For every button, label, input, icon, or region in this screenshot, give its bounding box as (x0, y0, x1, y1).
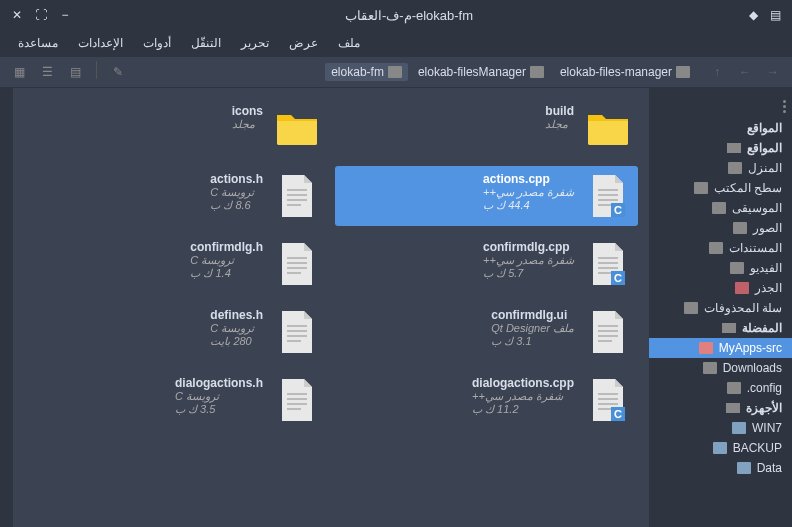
svg-rect-37 (287, 408, 301, 410)
menu-view[interactable]: عرض (281, 33, 326, 53)
sidebar-section-header: الأجهزة (649, 398, 792, 418)
menu-edit[interactable]: تحرير (233, 33, 277, 53)
disk-icon (713, 442, 727, 454)
document-icon (584, 308, 632, 356)
file-item[interactable]: dialogactions.hترويسة C3.5 ك ب (24, 370, 327, 430)
sidebar-title: المواقع (649, 118, 792, 138)
sidebar-item-label: الفيديو (750, 261, 782, 275)
file-name: confirmdlg.h (190, 240, 263, 254)
nav-up-button[interactable]: ↑ (706, 61, 728, 83)
sidebar-item[interactable]: المنزل (649, 158, 792, 178)
sidebar-item[interactable]: الجذر (649, 278, 792, 298)
menu-navigate[interactable]: التنقّل (183, 33, 229, 53)
folder-icon (727, 382, 741, 394)
menu-file[interactable]: ملف (330, 33, 368, 53)
sidebar-item-label: Downloads (723, 361, 782, 375)
svg-rect-7 (287, 194, 307, 196)
close-button[interactable]: ✕ (10, 8, 24, 22)
svg-rect-28 (598, 393, 618, 395)
file-name: confirmdlg.ui (491, 308, 567, 322)
file-item[interactable]: Cdialogactions.cppشفرة مصدر سي++11.2 ك ب (335, 370, 638, 430)
video-icon (730, 262, 744, 274)
svg-rect-36 (287, 403, 307, 405)
sidebar-item-label: المستندات (729, 241, 782, 255)
svg-rect-2 (598, 199, 618, 201)
sidebar-item[interactable]: الصور (649, 218, 792, 238)
file-name: icons (232, 104, 263, 118)
maximize-button[interactable]: ⛶ (34, 8, 48, 22)
drag-handle-icon[interactable] (776, 94, 786, 118)
scrollbar[interactable] (0, 88, 14, 527)
sidebar-item-label: الجذر (755, 281, 782, 295)
menu-help[interactable]: مساعدة (10, 33, 66, 53)
file-name: actions.h (210, 172, 263, 186)
document-icon (273, 172, 321, 220)
sidebar: المواقع المواقعالمنزلسطح المكتبالموسيقىا… (648, 88, 792, 527)
breadcrumb-item[interactable]: elokab-files-manager (554, 63, 696, 81)
sidebar-item[interactable]: الفيديو (649, 258, 792, 278)
folder-icon (726, 403, 740, 413)
sidebar-item[interactable]: الموسيقى (649, 198, 792, 218)
sidebar-item-label: سلة المحذوفات (704, 301, 782, 315)
pin-button[interactable]: ◆ (746, 8, 760, 22)
svg-rect-21 (598, 330, 618, 332)
svg-rect-29 (598, 398, 618, 400)
file-type: ترويسة C (210, 186, 254, 199)
menu-settings[interactable]: الإعدادات (70, 33, 131, 53)
file-item[interactable]: confirmdlg.hترويسة C1.4 ك ب (24, 234, 327, 294)
svg-rect-26 (287, 335, 307, 337)
sidebar-item[interactable]: config. (649, 378, 792, 398)
svg-rect-9 (287, 204, 301, 206)
folder-icon (584, 104, 632, 152)
svg-rect-8 (287, 199, 307, 201)
folder-icon (676, 66, 690, 78)
svg-rect-20 (598, 325, 618, 327)
menu-tools[interactable]: أدوات (135, 33, 179, 53)
sidebar-item-label: المنزل (748, 161, 782, 175)
file-item[interactable]: actions.hترويسة C8.6 ك ب (24, 166, 327, 226)
view-detail-button[interactable]: ▤ (64, 61, 86, 83)
folder-icon (727, 143, 741, 153)
file-view[interactable]: buildمجلدiconsمجلدCactions.cppشفرة مصدر … (14, 88, 648, 527)
file-size: 11.2 ك ب (472, 403, 519, 416)
svg-rect-19 (287, 272, 301, 274)
document-icon (273, 376, 321, 424)
file-name: dialogactions.cpp (472, 376, 574, 390)
sidebar-item[interactable]: Data (649, 458, 792, 478)
sidebar-item[interactable]: سطح المكتب (649, 178, 792, 198)
file-size: 5.7 ك ب (483, 267, 523, 280)
file-item[interactable]: confirmdlg.uiملف Qt Designer3.1 ك ب (335, 302, 638, 362)
breadcrumb-item[interactable]: elokab-fm (325, 63, 408, 81)
file-item[interactable]: Cactions.cppشفرة مصدر سي++44.4 ك ب (335, 166, 638, 226)
folder-icon (703, 362, 717, 374)
file-type: ملف Qt Designer (491, 322, 574, 335)
file-item[interactable]: iconsمجلد (24, 98, 327, 158)
sidebar-item[interactable]: سلة المحذوفات (649, 298, 792, 318)
file-type: مجلد (232, 118, 255, 131)
file-item[interactable]: buildمجلد (335, 98, 638, 158)
sidebar-item[interactable]: Downloads (649, 358, 792, 378)
svg-rect-25 (287, 330, 307, 332)
file-item[interactable]: Cconfirmdlg.cppشفرة مصدر سي++5.7 ك ب (335, 234, 638, 294)
breadcrumb-item[interactable]: elokab-filesManager (412, 63, 550, 81)
toolbar: ▦ ☰ ▤ ✎ elokab-fm elokab-filesManager el… (0, 56, 792, 88)
breadcrumbs: elokab-fm elokab-filesManager elokab-fil… (139, 63, 696, 81)
sidebar-item[interactable]: BACKUP (649, 438, 792, 458)
nav-back-button[interactable]: ← (734, 61, 756, 83)
view-icons-button[interactable]: ▦ (8, 61, 30, 83)
folder-icon (273, 104, 321, 152)
minimize-button[interactable]: − (58, 8, 72, 22)
sidebar-item[interactable]: المستندات (649, 238, 792, 258)
sidebar-item[interactable]: WIN7 (649, 418, 792, 438)
file-size: 3.1 ك ب (491, 335, 531, 348)
svg-rect-35 (287, 398, 307, 400)
file-item[interactable]: defines.hترويسة C280 بايت (24, 302, 327, 362)
nav-forward-button[interactable]: → (762, 61, 784, 83)
svg-rect-6 (287, 189, 307, 191)
file-type: شفرة مصدر سي++ (483, 254, 574, 267)
sidebar-item[interactable]: MyApps-src (649, 338, 792, 358)
view-list-button[interactable]: ☰ (36, 61, 58, 83)
edit-icon[interactable]: ✎ (107, 61, 129, 83)
menu-icon[interactable]: ▤ (768, 8, 782, 22)
file-size: 8.6 ك ب (210, 199, 250, 212)
